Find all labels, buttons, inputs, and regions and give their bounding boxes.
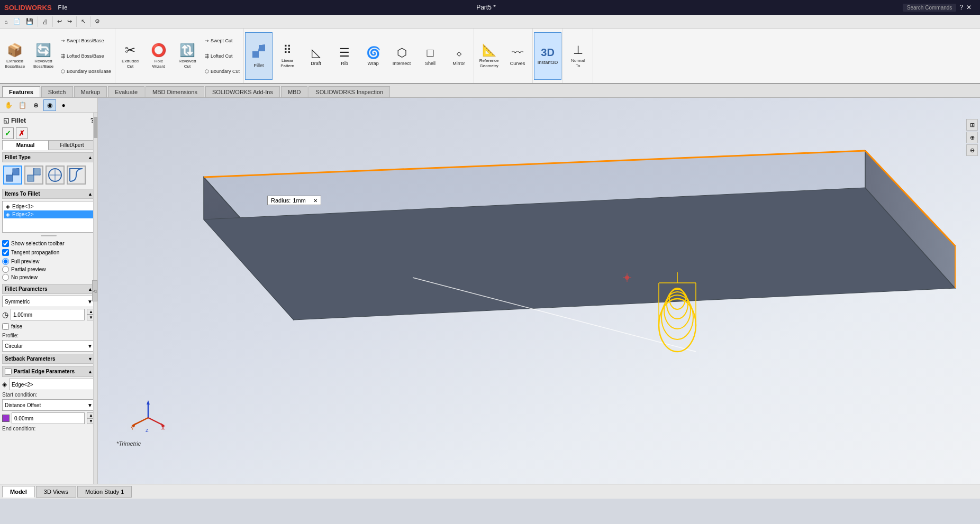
hole-wizard-btn[interactable]: ⭕ HoleWizard [145,32,173,80]
partial-edge-checkbox[interactable] [5,368,12,375]
tangent-propagation-checkbox[interactable] [2,249,9,256]
panel-tool-dot[interactable]: ● [57,99,70,111]
multi-radius-checkbox[interactable] [2,323,9,330]
instant3d-btn[interactable]: 3D Instant3D [534,32,561,80]
fillet-btn[interactable]: Fillet [245,32,273,80]
distance-offset-value: Distance Offset [5,402,41,408]
no-preview-label: No preview [11,274,38,280]
model-canvas[interactable] [98,98,980,484]
mirror-btn[interactable]: ⬦ Mirror [445,32,473,80]
partial-edge-icon: ◈ [2,381,7,388]
panel-collapse-handle[interactable]: ◁ [92,280,97,301]
tab-mbd[interactable]: MBD [281,86,307,97]
fillet-params-section-header[interactable]: Fillet Parameters ▲ [2,284,95,294]
motion-study-tab[interactable]: Motion Study 1 [77,486,132,498]
select-btn[interactable]: ↖ [79,16,88,27]
print-btn[interactable]: 🖨 [40,16,50,27]
tab-markup[interactable]: Markup [74,86,107,97]
symmetric-dropdown[interactable]: Symmetric ▼ [2,296,95,307]
intersect-btn[interactable]: ⬡ Intersect [388,32,415,80]
boss-base-group: 📦 ExtrudedBoss/Base 🔄 RevolvedBoss/Base … [0,29,115,83]
swept-boss-base-btn[interactable]: ⇝ Swept Boss/Base [58,33,114,48]
zoom-out-btn[interactable]: ⊖ [966,144,978,156]
panel-tool-circle[interactable]: ◉ [43,99,56,111]
show-selection-toolbar-checkbox[interactable] [2,240,9,247]
title-menu-file[interactable]: File [56,4,70,11]
panel-tool-select[interactable]: 📋 [16,99,29,111]
zoom-fit-btn[interactable]: ⊞ [966,119,978,131]
save-btn[interactable]: 💾 [24,16,35,27]
offset-value-field[interactable]: 0.00mm [12,412,85,424]
items-to-fillet-section-header[interactable]: Items To Fillet ▲ [2,189,95,199]
manual-tab[interactable]: Manual [2,140,49,150]
full-preview-row: Full preview [2,258,95,265]
partial-edge-params-header[interactable]: Partial Edge Parameters ▲ [2,366,95,377]
tab-evaluate[interactable]: Evaluate [108,86,144,97]
new-btn[interactable]: 📄 [11,16,23,27]
redo-btn[interactable]: ↪ [65,16,74,27]
curves-btn[interactable]: 〰 Curves [504,32,531,80]
radius-field-row: ◷ 1.00mm ▲ ▼ [2,309,95,320]
3d-views-tab[interactable]: 3D Views [36,486,76,498]
cancel-button[interactable]: ✗ [16,127,28,139]
radius-tooltip-close[interactable]: ✕ [313,198,317,204]
search-bar[interactable]: Search Commands [903,4,957,12]
zoom-in-btn[interactable]: ⊕ [966,132,978,143]
normal-to-btn[interactable]: ⊥ NormalTo [564,32,592,80]
radius-field[interactable]: 1.00mm [11,309,85,320]
panel-tool-arrow[interactable]: ✋ [2,99,15,111]
no-preview-radio[interactable] [2,274,9,281]
offset-value-row: 0.00mm ▲ ▼ [2,412,95,424]
distance-offset-row: Distance Offset ▼ [2,399,95,411]
distance-offset-dropdown[interactable]: Distance Offset ▼ [2,399,95,411]
full-preview-radio[interactable] [2,258,9,265]
radius-tooltip-input[interactable] [293,197,311,204]
fillet-panel: ◱ Fillet ? ✓ ✗ Manual FilletXpert Fillet… [0,113,97,484]
fillet-type-section-header[interactable]: Fillet Type ▲ [2,152,95,162]
lofted-boss-base-btn[interactable]: ⇶ Lofted Boss/Base [58,49,114,63]
help-icon[interactable]: ? [959,4,963,11]
undo-btn[interactable]: ↩ [55,16,64,27]
reference-geometry-btn[interactable]: 📐 ReferenceGeometry [475,32,503,80]
fillet-type-btn-2[interactable] [46,166,65,185]
profile-dropdown[interactable]: Circular ▼ [2,340,95,352]
tab-sketch[interactable]: Sketch [41,86,73,97]
extruded-boss-base-btn[interactable]: 📦 ExtrudedBoss/Base [1,32,29,80]
rib-btn[interactable]: ☰ Rib [331,32,358,80]
tab-sw-inspection[interactable]: SOLIDWORKS Inspection [308,86,390,97]
revolved-cut-btn[interactable]: 🔃 RevolvedCut [174,32,201,80]
boundary-boss-base-btn[interactable]: ⬡ Boundary Boss/Base [58,64,114,79]
list-item-edge1[interactable]: ◈ Edge<1> [4,203,94,210]
tab-features[interactable]: Features [2,86,40,97]
fillet-type-btn-3[interactable] [67,166,86,185]
draft-btn[interactable]: ◺ Draft [302,32,330,80]
filletxpert-tab[interactable]: FilletXpert [49,140,95,150]
swept-cut-btn[interactable]: ⇝ Swept Cut [202,33,242,48]
settings-btn[interactable]: ⚙ [93,16,102,27]
home-btn[interactable]: ⌂ [2,16,10,27]
fillet-type-btn-0[interactable] [3,166,22,185]
svg-rect-3 [13,169,19,175]
revolved-boss-base-btn[interactable]: 🔄 RevolvedBoss/Base [30,32,57,80]
tab-mbd-dimensions[interactable]: MBD Dimensions [146,86,204,97]
fillet-type-collapse-arrow: ▲ [88,155,93,160]
drag-handle[interactable] [2,235,95,239]
lofted-cut-btn[interactable]: ⇶ Lofted Cut [202,49,242,63]
shell-btn[interactable]: □ Shell [416,32,444,80]
panel-tool-add[interactable]: ⊕ [30,99,42,111]
tab-sw-addins[interactable]: SOLIDWORKS Add-Ins [205,86,280,97]
ok-button[interactable]: ✓ [2,127,14,139]
close-btn[interactable]: ✕ [966,4,972,11]
extruded-cut-btn[interactable]: ✂ ExtrudedCut [116,32,144,80]
fillet-type-btn-1[interactable] [24,166,43,185]
partial-edge-field[interactable]: Edge<2> [9,379,95,390]
model-tab[interactable]: Model [2,486,35,498]
linear-pattern-btn[interactable]: ⠿ LinearPattern [274,32,301,80]
intersect-icon: ⬡ [397,46,407,60]
setback-params-header[interactable]: Setback Parameters ▼ [2,354,95,364]
wrap-btn[interactable]: 🌀 Wrap [359,32,387,80]
boundary-cut-btn[interactable]: ⬡ Boundary Cut [202,64,242,79]
distance-offset-arrow: ▼ [87,402,93,408]
partial-preview-radio[interactable] [2,266,9,273]
list-item-edge2[interactable]: ◈ Edge<2> [4,210,94,218]
